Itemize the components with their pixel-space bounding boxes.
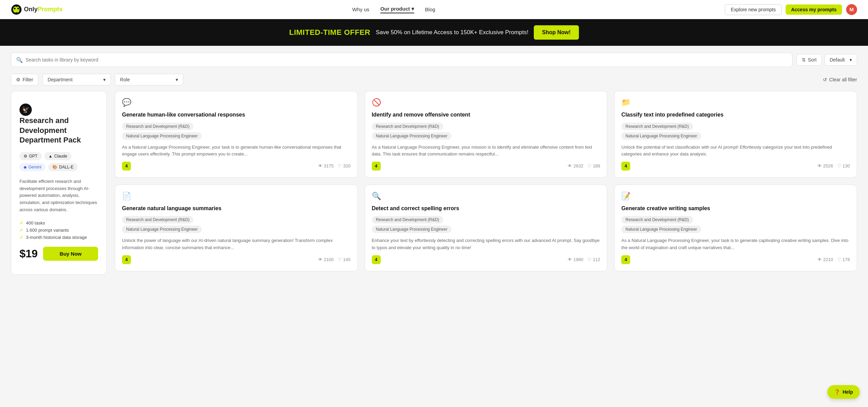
card-description: Unlock the power of language with our AI… bbox=[122, 237, 351, 251]
badge-claude[interactable]: ▲ Claude bbox=[44, 152, 71, 160]
nav-our-product[interactable]: Our product ▾ bbox=[380, 6, 414, 13]
gemini-icon: ◆ bbox=[24, 165, 27, 169]
navbar-actions: Explore new prompts Access my prompts M bbox=[725, 4, 857, 15]
search-input[interactable] bbox=[26, 57, 787, 63]
card-tag-role: Natural Language Processing Engineer bbox=[372, 132, 451, 140]
card-views: 👁 2100 bbox=[318, 257, 334, 262]
buy-now-button[interactable]: Buy Now bbox=[43, 247, 98, 261]
card-title: Generate creative writing samples bbox=[621, 205, 850, 212]
sidebar-feature-2: ✓ 1.600 prompt variants bbox=[19, 228, 98, 233]
card-likes: ♡ 189 bbox=[587, 163, 600, 168]
explore-prompts-button[interactable]: Explore new prompts bbox=[725, 4, 782, 15]
filter-button[interactable]: ⚙ Filter bbox=[11, 74, 38, 85]
card-stats: 👁 2210 ♡ 178 bbox=[817, 257, 850, 262]
card-icon: 📁 bbox=[621, 98, 850, 107]
sort-button[interactable]: ⇅ Sort bbox=[797, 54, 822, 66]
refresh-icon: ↺ bbox=[823, 77, 827, 82]
avatar[interactable]: M bbox=[846, 4, 857, 15]
card-tag-department: Research and Development (R&D) bbox=[122, 216, 193, 223]
gpt-icon: ⚙ bbox=[24, 154, 27, 159]
sidebar-description: Facilitate efficient research and develo… bbox=[19, 178, 98, 214]
card-likes: ♡ 320 bbox=[338, 163, 350, 168]
card-icon: 💬 bbox=[122, 98, 351, 107]
card-tag-department: Research and Development (R&D) bbox=[372, 216, 443, 223]
filter-row: ⚙ Filter Department ▾ Role ▾ ↺ Clear all… bbox=[11, 71, 857, 91]
sidebar-pack: 🦅 Research and Development Department Pa… bbox=[11, 91, 107, 275]
sort-select[interactable]: Default ▾ bbox=[825, 54, 857, 66]
content-area: 🦅 Research and Development Department Pa… bbox=[11, 91, 857, 275]
card-tag-role: Natural Language Processing Engineer bbox=[621, 132, 701, 140]
card-title: Classify text into predefined categories bbox=[621, 111, 850, 119]
sort-label: Sort bbox=[808, 57, 817, 63]
cards-grid: 💬 Generate human-like conversational res… bbox=[115, 91, 857, 275]
role-filter[interactable]: Role ▾ bbox=[115, 74, 183, 85]
banner-offer-label: LIMITED-TIME OFFER bbox=[289, 28, 370, 37]
card-number: 4 bbox=[621, 162, 630, 171]
card-title: Generate human-like conversational respo… bbox=[122, 111, 351, 119]
prompt-card[interactable]: 📁 Classify text into predefined categori… bbox=[614, 91, 857, 178]
search-icon: 🔍 bbox=[16, 57, 23, 63]
sidebar-logo[interactable]: 🦅 bbox=[19, 104, 32, 116]
card-views: 👁 2210 bbox=[817, 257, 833, 262]
card-icon: 📝 bbox=[621, 192, 850, 201]
card-likes: ♡ 112 bbox=[587, 257, 600, 262]
card-views: 👁 1980 bbox=[568, 257, 583, 262]
card-footer: 4 👁 3175 ♡ 320 bbox=[122, 162, 351, 171]
clear-filters-button[interactable]: ↺ Clear all filter bbox=[823, 77, 857, 82]
card-title: Generate natural language summaries bbox=[122, 205, 351, 212]
card-footer: 4 👁 2526 ♡ 130 bbox=[621, 162, 850, 171]
card-description: Enhance your text by effortlessly detect… bbox=[372, 237, 600, 251]
badge-gpt[interactable]: ⚙ GPT bbox=[19, 152, 42, 160]
promo-banner: LIMITED-TIME OFFER Save 50% on Lifetime … bbox=[0, 19, 868, 46]
card-number: 4 bbox=[621, 255, 630, 264]
prompt-card[interactable]: 🚫 Identify and remove offensive content … bbox=[365, 91, 608, 178]
claude-icon: ▲ bbox=[49, 154, 53, 159]
card-likes: ♡ 178 bbox=[837, 257, 850, 262]
search-row: 🔍 ⇅ Sort Default ▾ bbox=[11, 46, 857, 71]
sidebar-features: ✓ 400 tasks ✓ 1.600 prompt variants ✓ 3-… bbox=[19, 220, 98, 240]
card-tag-role: Natural Language Processing Engineer bbox=[372, 226, 451, 233]
card-tags: Research and Development (R&D) Natural L… bbox=[372, 123, 600, 140]
logo[interactable]: OnlyPrompts bbox=[11, 4, 63, 15]
badge-dalle[interactable]: 🎨 DALL-E bbox=[48, 163, 78, 171]
prompt-card[interactable]: 💬 Generate human-like conversational res… bbox=[115, 91, 358, 178]
prompt-card[interactable]: 🔍 Detect and correct spelling errors Res… bbox=[365, 185, 608, 271]
svg-point-3 bbox=[14, 8, 16, 9]
main-container: 🔍 ⇅ Sort Default ▾ ⚙ Filter Department ▾… bbox=[0, 46, 868, 275]
card-description: As a Natural Language Processing Enginee… bbox=[372, 144, 600, 158]
dalle-icon: 🎨 bbox=[52, 165, 57, 169]
check-icon: ✓ bbox=[19, 228, 23, 233]
badge-gemini[interactable]: ◆ Gemini bbox=[19, 163, 45, 171]
nav-blog[interactable]: Blog bbox=[425, 6, 435, 12]
nav-why-us[interactable]: Why us bbox=[352, 6, 369, 12]
banner-offer-text: Save 50% on Lifetime Access to 150K+ Exc… bbox=[376, 29, 528, 36]
card-number: 4 bbox=[122, 162, 131, 171]
check-icon: ✓ bbox=[19, 235, 23, 240]
department-filter[interactable]: Department ▾ bbox=[42, 74, 111, 85]
prompt-card[interactable]: 📄 Generate natural language summaries Re… bbox=[115, 185, 358, 271]
card-footer: 4 👁 2632 ♡ 189 bbox=[372, 162, 600, 171]
card-number: 4 bbox=[372, 255, 381, 264]
card-tag-department: Research and Development (R&D) bbox=[621, 123, 693, 130]
card-tag-department: Research and Development (R&D) bbox=[372, 123, 443, 130]
card-tag-role: Natural Language Processing Engineer bbox=[122, 132, 202, 140]
card-tags: Research and Development (R&D) Natural L… bbox=[372, 216, 600, 233]
card-tag-role: Natural Language Processing Engineer bbox=[122, 226, 202, 233]
sort-icon: ⇅ bbox=[802, 57, 806, 63]
navbar-nav: Why us Our product ▾ Blog bbox=[352, 6, 435, 13]
card-number: 4 bbox=[122, 255, 131, 264]
card-likes: ♡ 130 bbox=[837, 163, 850, 168]
card-tags: Research and Development (R&D) Natural L… bbox=[122, 123, 351, 140]
card-likes: ♡ 145 bbox=[338, 257, 350, 262]
card-views: 👁 2632 bbox=[568, 163, 583, 168]
prompt-card[interactable]: 📝 Generate creative writing samples Rese… bbox=[614, 185, 857, 271]
navbar: OnlyPrompts Why us Our product ▾ Blog Ex… bbox=[0, 0, 868, 19]
search-box: 🔍 bbox=[11, 53, 792, 67]
sidebar-title: Research and Development Department Pack bbox=[19, 116, 98, 145]
card-views: 👁 2526 bbox=[817, 163, 833, 168]
card-title: Identify and remove offensive content bbox=[372, 111, 600, 119]
access-prompts-button[interactable]: Access my prompts bbox=[786, 4, 842, 15]
shop-now-button[interactable]: Shop Now! bbox=[534, 25, 579, 40]
sort-default-label: Default bbox=[830, 57, 845, 63]
price-value: $19 bbox=[19, 247, 38, 260]
